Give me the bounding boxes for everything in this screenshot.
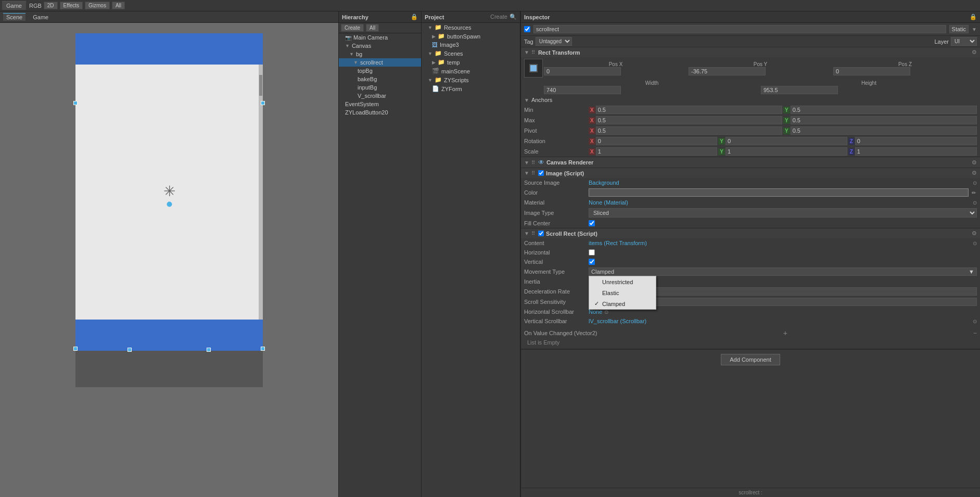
pos-z-input[interactable] xyxy=(833,67,910,75)
anchors-header[interactable]: ▼ Anchors xyxy=(521,95,980,105)
pos-y-input[interactable] xyxy=(689,67,766,75)
hierarchy-item-inputbg[interactable]: inputBg xyxy=(339,83,421,92)
hierarchy-item-bg[interactable]: ▼ bg xyxy=(339,50,421,58)
hierarchy-item-vscrollbar[interactable]: V_scrollbar xyxy=(339,92,421,100)
scale-y-input[interactable] xyxy=(726,147,847,156)
handle-bottom-left[interactable] xyxy=(73,347,78,351)
img-menu-icon[interactable]: ⚙ xyxy=(972,170,977,176)
material-dot[interactable]: ⊙ xyxy=(973,200,977,206)
project-search-btn[interactable]: 🔍 xyxy=(510,14,517,20)
movement-opt-unrestricted[interactable]: ✓ Unrestricted xyxy=(589,276,656,287)
source-image-dot[interactable]: ⊙ xyxy=(973,180,977,186)
handle-top-left[interactable] xyxy=(73,101,78,105)
hierarchy-item-bakebg[interactable]: bakeBg xyxy=(339,75,421,83)
game-tab-viewport[interactable]: Game xyxy=(30,14,52,21)
v-scrollbar-dot[interactable]: ⊙ xyxy=(973,318,977,324)
vertical-checkbox[interactable] xyxy=(589,259,595,265)
project-item-mainscene[interactable]: 🎬 mainScene xyxy=(422,67,520,75)
all-button[interactable]: All xyxy=(112,2,125,9)
height-input[interactable] xyxy=(761,86,838,94)
min-x-input[interactable] xyxy=(596,106,782,114)
rot-y-lbl: Y xyxy=(718,138,725,145)
image-type-select[interactable]: Sliced xyxy=(589,208,977,218)
img-enabled-checkbox[interactable] xyxy=(538,170,544,176)
game-tab[interactable]: Game xyxy=(2,1,26,10)
hierarchy-create-btn[interactable]: Create xyxy=(341,24,364,32)
hierarchy-item-scrollrect[interactable]: ▼ scrollrect xyxy=(339,58,421,67)
movement-opt-elastic[interactable]: ✓ Elastic xyxy=(589,287,656,298)
project-item-temp[interactable]: ▶ 📁 temp xyxy=(422,58,520,67)
project-item-resources[interactable]: ▼ 📁 Resources xyxy=(422,23,520,32)
content-value[interactable]: items (Rect Transform) xyxy=(589,240,971,246)
hierarchy-all-btn[interactable]: All xyxy=(366,24,379,32)
rot-z-input[interactable] xyxy=(855,137,977,145)
scale-x-input[interactable] xyxy=(596,147,718,156)
2d-button[interactable]: 2D xyxy=(44,2,58,9)
scene-tab[interactable]: Scene xyxy=(3,13,26,21)
project-item-zyscripts[interactable]: ▼ 📁 ZYScripts xyxy=(422,75,520,84)
zyscripts-label: ZYScripts xyxy=(444,77,469,83)
scale-z-input[interactable] xyxy=(855,147,977,156)
hierarchy-item-canvas[interactable]: ▼ Canvas xyxy=(339,42,421,50)
static-button[interactable]: Static xyxy=(949,25,969,33)
pivot-y-input[interactable] xyxy=(791,126,977,135)
min-y-input[interactable] xyxy=(791,106,977,114)
project-item-scenes[interactable]: ▼ 📁 Scenes xyxy=(422,49,520,58)
handle-bot-small-right[interactable] xyxy=(207,348,211,352)
movement-type-btn[interactable]: Clamped ▼ xyxy=(589,267,977,276)
obj-active-checkbox[interactable] xyxy=(524,26,530,32)
gizmos-button[interactable]: Gizmos xyxy=(85,2,110,9)
handle-bottom-right[interactable] xyxy=(261,347,265,351)
handle-top-right[interactable] xyxy=(261,101,265,105)
obj-name-input[interactable] xyxy=(533,25,946,33)
sr-enabled-checkbox[interactable] xyxy=(538,231,544,236)
project-item-image3[interactable]: 🖼 Image3 xyxy=(422,41,520,49)
material-value[interactable]: None (Material) xyxy=(589,199,971,206)
rt-menu-icon[interactable]: ⚙ xyxy=(972,49,977,56)
scroll-rect-component: ▼ ⠿ Scroll Rect (Script) ⚙ Content items… xyxy=(521,228,980,349)
max-x-input[interactable] xyxy=(596,116,782,124)
sr-drag: ⠿ xyxy=(531,231,535,236)
hierarchy-lock-btn[interactable]: 🔒 xyxy=(411,14,418,20)
scroll-rect-header[interactable]: ▼ ⠿ Scroll Rect (Script) ⚙ xyxy=(521,228,980,238)
effects-button[interactable]: Effects xyxy=(60,2,83,9)
pos-x-input[interactable] xyxy=(544,67,621,75)
h-scrollbar-dot[interactable]: ⊙ xyxy=(604,309,608,315)
movement-opt-clamped[interactable]: ✓ Clamped xyxy=(589,298,656,309)
source-image-value[interactable]: Background xyxy=(589,180,971,186)
hierarchy-item-topbg[interactable]: topBg xyxy=(339,67,421,75)
rot-x-input[interactable] xyxy=(596,137,718,145)
image-script-header[interactable]: ▼ ⠿ Image (Script) ⚙ xyxy=(521,168,980,178)
cr-menu-icon[interactable]: ⚙ xyxy=(972,159,977,166)
anchor-visual[interactable] xyxy=(524,59,543,78)
tag-select[interactable]: Untagged xyxy=(536,37,572,46)
pivot-label: Pivot xyxy=(524,128,587,134)
layer-select[interactable]: UI xyxy=(951,37,977,46)
event-add-btn[interactable]: + xyxy=(783,329,787,337)
color-swatch[interactable] xyxy=(589,188,969,197)
canvas-renderer-header[interactable]: ▼ ⠿ 👁 Canvas Renderer ⚙ xyxy=(521,157,980,168)
hierarchy-item-zyloadbutton[interactable]: ZYLoadButton20 xyxy=(339,108,421,117)
inspector-lock-icon[interactable]: 🔒 xyxy=(970,14,977,20)
project-item-zyform[interactable]: 📄 ZYForm xyxy=(422,84,520,93)
content-dot[interactable]: ⊙ xyxy=(973,240,977,246)
rot-y-input[interactable] xyxy=(726,137,847,145)
rect-transform-header[interactable]: ▼ ⠿ Rect Transform ⚙ xyxy=(521,47,980,57)
handle-bot-small-left[interactable] xyxy=(128,348,132,352)
project-item-buttonspawn[interactable]: ▶ 📁 buttonSpawn xyxy=(422,32,520,41)
inspector-name-row: Static ▼ xyxy=(521,23,980,36)
color-edit-btn[interactable]: ✏ xyxy=(971,190,977,196)
hierarchy-item-eventsystem[interactable]: EventSystem xyxy=(339,100,421,108)
width-input[interactable] xyxy=(544,86,621,94)
horizontal-checkbox[interactable] xyxy=(589,249,595,256)
project-create-btn[interactable]: Create xyxy=(490,14,507,20)
hierarchy-item-maincamera[interactable]: 📷 Main Camera xyxy=(339,33,421,42)
pivot-x-input[interactable] xyxy=(596,126,782,135)
v-scrollbar-value[interactable]: lV_scrollbar (Scrollbar) xyxy=(589,318,971,324)
sr-menu-icon[interactable]: ⚙ xyxy=(972,230,977,237)
event-remove-btn[interactable]: − xyxy=(973,329,977,337)
scale-row: Scale X Y Z xyxy=(521,146,980,157)
add-component-btn[interactable]: Add Component xyxy=(721,354,780,365)
fill-center-checkbox[interactable] xyxy=(589,220,595,226)
max-y-input[interactable] xyxy=(791,116,977,124)
